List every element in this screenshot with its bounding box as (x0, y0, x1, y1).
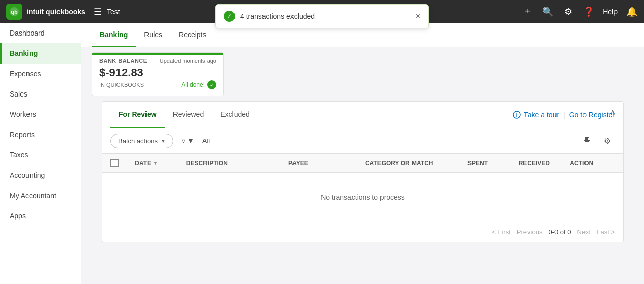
tab-receipts[interactable]: Receipts (170, 23, 214, 47)
toast-success-icon: ✓ (224, 11, 235, 22)
sidebar-item-workers[interactable]: Workers (0, 104, 81, 124)
chevron-down-icon: ▼ (161, 138, 166, 144)
toolbar-right: 🖶 ⚙ (579, 133, 615, 148)
bank-balance-label: BANK BALANCE (99, 58, 148, 64)
col-header-description: DESCRIPTION (178, 154, 280, 173)
tab-banking[interactable]: Banking (92, 23, 136, 47)
sidebar: Dashboard Banking Expenses Sales Workers… (0, 23, 81, 284)
transaction-panel-wrapper: ∧ For Review Reviewed Excluded (81, 96, 644, 263)
all-done-badge: All done! ✓ (181, 80, 216, 89)
svg-text:qb: qb (11, 9, 18, 15)
logo-text: intuit quickbooks (26, 8, 85, 16)
settings-button[interactable]: ⚙ (600, 133, 615, 148)
first-page-button[interactable]: < First (492, 228, 510, 236)
account-card-area: BANK BALANCE Updated moments ago $-912.8… (81, 47, 644, 96)
sidebar-item-accounting[interactable]: Accounting (0, 165, 81, 185)
filter-button[interactable]: ▿ ▼ (178, 134, 198, 148)
page-range: 0-0 of 0 (548, 228, 571, 236)
sub-tabs: For Review Reviewed Excluded i (102, 102, 623, 128)
check-icon: ✓ (207, 80, 216, 89)
nav-right: + 🔍 ⚙ ❓ Help 🔔 (521, 6, 638, 18)
sidebar-item-reports[interactable]: Reports (0, 124, 81, 145)
filter-dropdown-icon: ▼ (187, 137, 194, 145)
next-page-button[interactable]: Next (577, 228, 591, 236)
toast-container: ✓ 4 transactions excluded × (215, 4, 429, 28)
search-icon[interactable]: 🔍 (542, 6, 554, 18)
print-icon: 🖶 (583, 136, 591, 145)
sidebar-item-my-accountant[interactable]: My Accountant (0, 185, 81, 206)
sidebar-item-apps[interactable]: Apps (0, 206, 81, 226)
svg-text:i: i (516, 113, 518, 118)
pagination: < First Previous 0-0 of 0 Next Last > (102, 222, 623, 242)
in-qb-row: IN QUICKBOOKS All done! ✓ (99, 80, 216, 89)
bell-icon[interactable]: 🔔 (626, 6, 638, 18)
select-all-checkbox[interactable] (110, 159, 119, 167)
separator: | (563, 111, 565, 119)
sub-tab-actions: i Take a tour | Go to Register (513, 111, 615, 119)
sub-tab-for-review[interactable]: For Review (110, 102, 165, 128)
qb-logo-icon: qb (6, 4, 22, 20)
toast: ✓ 4 transactions excluded × (215, 4, 429, 28)
last-page-button[interactable]: Last > (597, 228, 615, 236)
all-filter-label: All (202, 137, 210, 145)
tour-icon: i (513, 111, 521, 119)
col-header-received: RECEIVED (511, 154, 562, 173)
sidebar-item-banking[interactable]: Banking (0, 43, 81, 64)
in-qb-label: IN QUICKBOOKS (99, 82, 144, 88)
filter-icon: ▿ (182, 137, 185, 145)
app-body: Dashboard Banking Expenses Sales Workers… (0, 23, 644, 284)
sort-arrow-icon: ▼ (153, 161, 158, 166)
batch-actions-button[interactable]: Batch actions ▼ (110, 134, 173, 148)
col-header-spent: SPENT (459, 154, 511, 173)
col-header-date[interactable]: DATE ▼ (127, 154, 178, 173)
print-button[interactable]: 🖶 (579, 133, 595, 148)
account-balance: $-912.83 (99, 66, 216, 79)
date-sort: DATE ▼ (135, 160, 170, 167)
quickbooks-logo[interactable]: qb intuit quickbooks (6, 4, 85, 20)
updated-label: Updated moments ago (160, 58, 216, 64)
sub-tab-excluded[interactable]: Excluded (212, 102, 258, 128)
sub-tab-reviewed[interactable]: Reviewed (165, 102, 212, 128)
account-card[interactable]: BANK BALANCE Updated moments ago $-912.8… (92, 52, 224, 96)
table-toolbar: Batch actions ▼ ▿ ▼ All 🖶 ⚙ (102, 128, 623, 154)
col-header-action: ACTION (562, 154, 623, 173)
toast-message: 4 transactions excluded (240, 12, 315, 20)
table-row-empty: No transactions to process (102, 173, 623, 222)
sidebar-item-dashboard[interactable]: Dashboard (0, 23, 81, 43)
gear-icon[interactable]: ⚙ (562, 6, 574, 18)
transactions-table: DATE ▼ DESCRIPTION PAYEE CA (102, 154, 623, 222)
col-header-checkbox (102, 154, 127, 173)
all-done-label: All done! (181, 81, 205, 88)
help-icon[interactable]: ❓ (582, 6, 595, 18)
toast-close-button[interactable]: × (416, 12, 420, 21)
add-icon[interactable]: + (521, 6, 534, 18)
sidebar-item-sales[interactable]: Sales (0, 84, 81, 104)
no-transactions-message: No transactions to process (102, 173, 623, 222)
col-header-category: CATEGORY OR MATCH (357, 154, 459, 173)
panel-collapse-button[interactable]: ∧ (607, 106, 619, 118)
tab-rules[interactable]: Rules (136, 23, 170, 47)
hamburger-icon[interactable]: ☰ (94, 6, 102, 17)
sidebar-item-expenses[interactable]: Expenses (0, 64, 81, 84)
company-name[interactable]: Test (107, 8, 120, 16)
help-label[interactable]: Help (603, 8, 618, 16)
col-header-payee: PAYEE (280, 154, 357, 173)
settings-icon: ⚙ (604, 136, 611, 146)
table-header-row: DATE ▼ DESCRIPTION PAYEE CA (102, 154, 623, 173)
sidebar-item-taxes[interactable]: Taxes (0, 145, 81, 165)
previous-page-button[interactable]: Previous (517, 228, 543, 236)
account-card-header: BANK BALANCE Updated moments ago (99, 58, 216, 64)
main-content: Banking Rules Receipts BANK BALANCE Upda… (81, 23, 644, 284)
transaction-panel: ∧ For Review Reviewed Excluded (102, 101, 624, 242)
take-tour-button[interactable]: i Take a tour (513, 111, 559, 119)
card-top-bar (92, 53, 223, 55)
top-nav: qb intuit quickbooks ☰ Test + 🔍 ⚙ ❓ Help… (0, 0, 644, 23)
